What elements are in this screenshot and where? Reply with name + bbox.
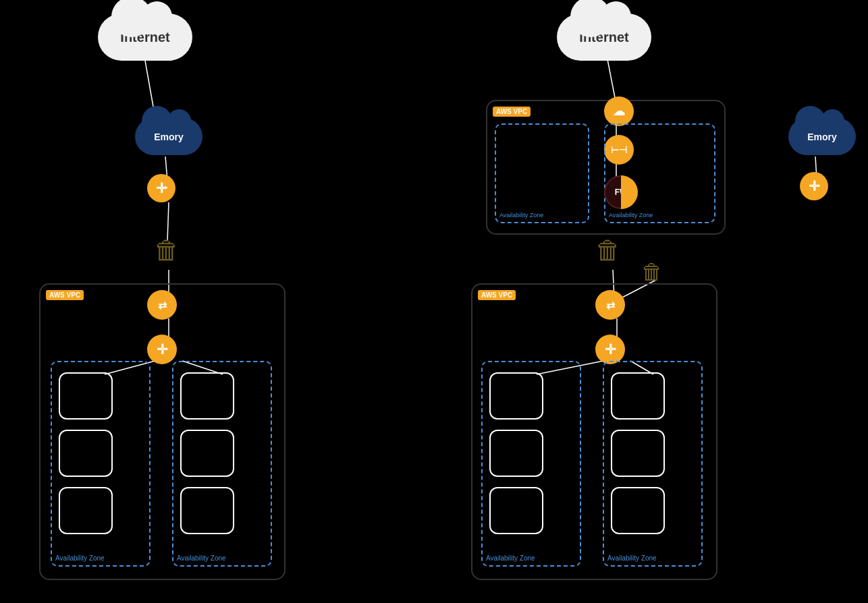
trash-icon-right-left: 🗑 bbox=[595, 236, 621, 265]
node-lr-2 bbox=[180, 430, 234, 477]
switch-icon-right-bottom: ⇄ bbox=[606, 299, 615, 312]
emory-cloud-left-label: Emory bbox=[154, 132, 184, 142]
node-ll-1 bbox=[59, 372, 113, 420]
node-lr-3 bbox=[180, 487, 234, 534]
node-rbr-1 bbox=[611, 372, 665, 420]
node-lr-1 bbox=[180, 372, 234, 420]
trash-icon-right-right: 🗑 bbox=[641, 260, 663, 285]
az-label-right-bottom-right: Availability Zone bbox=[607, 554, 657, 562]
az-box-left-right: Availability Zone bbox=[172, 361, 272, 567]
top-internet-icon-right: ☁ bbox=[613, 104, 625, 119]
router-circle-left[interactable]: ✛ bbox=[147, 335, 177, 364]
move-icon-left-top-symbol: ✛ bbox=[156, 180, 167, 196]
node-ll-2 bbox=[59, 430, 113, 477]
internet-cloud-left: Internet bbox=[98, 13, 192, 61]
node-rbr-3 bbox=[611, 487, 665, 534]
az-box-left-left: Availability Zone bbox=[51, 361, 151, 567]
node-rbl-2 bbox=[489, 430, 543, 477]
emory-cloud-right-label: Emory bbox=[807, 132, 837, 142]
move-icon-right-top[interactable]: ✛ bbox=[800, 172, 828, 200]
node-rbr-2 bbox=[611, 430, 665, 477]
az-label-right-bottom-left: Availability Zone bbox=[486, 554, 535, 562]
router-icon-right-bottom: ✛ bbox=[605, 341, 616, 357]
az-label-left-right: Availability Zone bbox=[177, 554, 226, 562]
vpc-label-left: AWS VPC bbox=[46, 290, 84, 300]
az-label-right-top-left: Availability Zone bbox=[499, 212, 543, 219]
router-circle-right-bottom[interactable]: ✛ bbox=[595, 335, 625, 364]
vpc-label-right-top: AWS VPC bbox=[493, 107, 531, 117]
az-box-right-top-left: Availability Zone bbox=[495, 123, 589, 223]
node-ll-3 bbox=[59, 487, 113, 534]
az-label-right-top-right: Availability Zone bbox=[609, 212, 653, 219]
trash-icon-left: 🗑 bbox=[154, 236, 180, 265]
emory-cloud-left: Emory bbox=[135, 118, 202, 155]
switch-circle-right-bottom[interactable]: ⇄ bbox=[595, 290, 625, 320]
internet-cloud-left-label: Internet bbox=[120, 30, 169, 45]
move-icon-right-top-symbol: ✛ bbox=[809, 178, 820, 194]
internet-cloud-right-label: Internet bbox=[579, 30, 628, 45]
move-icon-left-top[interactable]: ✛ bbox=[147, 174, 175, 202]
emory-cloud-right: Emory bbox=[788, 118, 856, 155]
node-rbl-3 bbox=[489, 487, 543, 534]
node-rbl-1 bbox=[489, 372, 543, 420]
az-box-right-bottom-right: Availability Zone bbox=[603, 361, 703, 567]
vpc-label-right-bottom: AWS VPC bbox=[478, 290, 516, 300]
az-label-left-left: Availability Zone bbox=[55, 554, 105, 562]
diagram-container: Internet Emory ✛ 🗑 AWS VPC ⇄ ✛ Availabil… bbox=[0, 0, 868, 603]
internet-cloud-right: Internet bbox=[557, 13, 651, 61]
switch-circle-left[interactable]: ⇄ bbox=[147, 290, 177, 320]
switch-icon-left: ⇄ bbox=[158, 299, 167, 312]
top-internet-circle-right[interactable]: ☁ bbox=[604, 96, 634, 126]
router-icon-left: ✛ bbox=[157, 341, 168, 357]
az-box-right-bottom-left: Availability Zone bbox=[481, 361, 581, 567]
